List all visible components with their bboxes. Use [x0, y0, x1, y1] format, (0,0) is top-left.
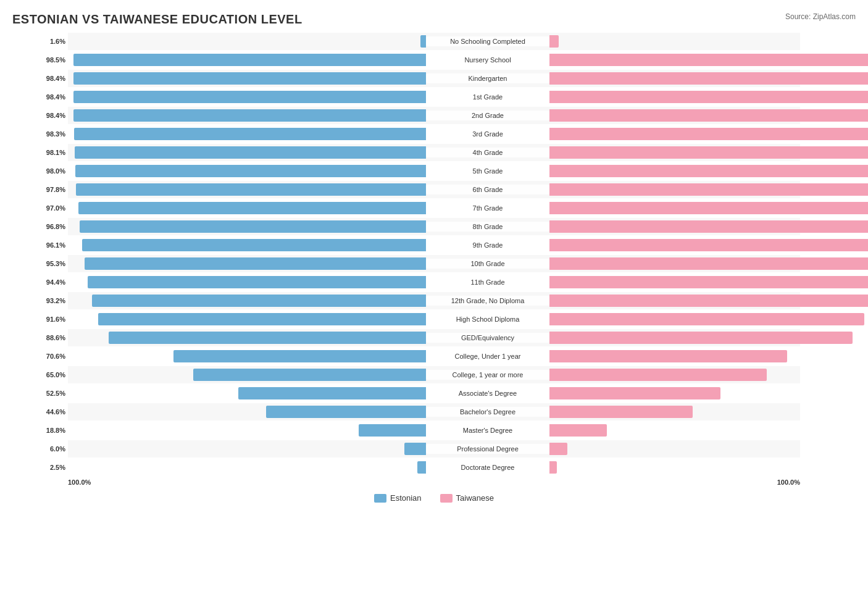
bar-right-11: 93.6%	[549, 239, 868, 251]
label-left-3: 98.4%	[46, 93, 65, 101]
center-label-11: 9th Grade	[426, 240, 549, 250]
chart-row: 95.3% 10th Grade 92.5%	[68, 255, 800, 272]
label-left-12: 95.3%	[46, 260, 65, 267]
bar-right-2: 97.5%	[549, 72, 868, 85]
chart-row: 98.0% 5th Grade 96.7%	[68, 162, 800, 180]
label-left-5: 98.3%	[46, 130, 65, 138]
center-label-22: Professional Degree	[426, 444, 549, 454]
center-label-9: 7th Grade	[426, 203, 549, 213]
label-left-7: 98.0%	[46, 167, 65, 175]
bar-left-4: 98.4%	[68, 109, 426, 122]
chart-container: ESTONIAN VS TAIWANESE EDUCATION LEVEL So…	[12, 12, 856, 503]
chart-row: 97.0% 7th Grade 94.8%	[68, 199, 800, 217]
center-label-3: 1st Grade	[426, 92, 549, 102]
chart-row: 98.5% Nursery School 97.6%	[68, 51, 800, 69]
chart-row: 65.0% College, 1 year or more 60.7%	[68, 366, 800, 383]
bar-right-16: 84.7%	[549, 332, 868, 344]
center-label-5: 3rd Grade	[426, 129, 549, 139]
bar-left-11: 96.1%	[68, 239, 426, 251]
chart-area: 1.6% No Schooling Completed 2.5% 98.5% N…	[68, 33, 800, 476]
bar-right-10: 94.7%	[549, 220, 868, 233]
bar-left-16: 88.6%	[68, 332, 426, 344]
chart-row: 91.6% High School Diploma 87.9%	[68, 311, 800, 328]
label-left-2: 98.4%	[46, 75, 65, 82]
legend-taiwanese: Taiwanese	[440, 493, 494, 503]
bar-left-8: 97.8%	[68, 183, 426, 196]
bar-left-6: 98.1%	[68, 146, 426, 159]
chart-row: 97.8% 6th Grade 96.5%	[68, 181, 800, 198]
bar-left-15: 91.6%	[68, 313, 426, 325]
bar-right-1: 97.6%	[549, 54, 868, 66]
label-left-0: 1.6%	[50, 38, 65, 45]
chart-row: 6.0% Professional Degree 5.0%	[68, 440, 800, 458]
legend: Estonian Taiwanese	[12, 493, 856, 503]
bar-right-19: 47.7%	[549, 387, 868, 399]
bar-right-7: 96.7%	[549, 165, 868, 177]
bar-left-2: 98.4%	[68, 72, 426, 85]
label-left-17: 70.6%	[46, 353, 65, 360]
center-label-21: Master's Degree	[426, 425, 549, 435]
chart-row: 98.3% 3rd Grade 97.3%	[68, 125, 800, 143]
chart-title: ESTONIAN VS TAIWANESE EDUCATION LEVEL	[12, 12, 856, 27]
label-left-21: 18.8%	[46, 427, 65, 434]
label-left-1: 98.5%	[46, 56, 65, 64]
chart-row: 96.8% 8th Grade 94.7%	[68, 218, 800, 235]
bar-right-4: 97.4%	[549, 109, 868, 122]
bar-right-18: 60.7%	[549, 369, 868, 381]
chart-row: 94.4% 11th Grade 91.3%	[68, 274, 800, 291]
bar-left-5: 98.3%	[68, 128, 426, 140]
center-label-2: Kindergarten	[426, 73, 549, 83]
center-label-18: College, 1 year or more	[426, 370, 549, 380]
bar-right-0: 2.5%	[549, 35, 868, 48]
source-text: Source: ZipAtlas.com	[785, 12, 856, 21]
chart-wrapper: 1.6% No Schooling Completed 2.5% 98.5% N…	[12, 33, 856, 476]
chart-row: 98.4% Kindergarten 97.5%	[68, 70, 800, 87]
bar-right-15: 87.9%	[549, 313, 868, 325]
bar-right-13: 91.3%	[549, 276, 868, 288]
legend-estonian-box	[374, 494, 386, 503]
bar-right-12: 92.5%	[549, 257, 868, 270]
label-left-9: 97.0%	[46, 204, 65, 212]
center-label-7: 5th Grade	[426, 166, 549, 176]
label-left-13: 94.4%	[46, 278, 65, 286]
axis-labels: 100.0% 100.0%	[12, 479, 856, 486]
bar-left-7: 98.0%	[68, 165, 426, 177]
bar-left-23: 2.5%	[68, 461, 426, 474]
chart-row: 1.6% No Schooling Completed 2.5%	[68, 33, 800, 50]
bar-left-13: 94.4%	[68, 276, 426, 288]
legend-estonian-label: Estonian	[390, 493, 422, 503]
center-label-6: 4th Grade	[426, 148, 549, 157]
legend-taiwanese-box	[440, 494, 453, 503]
label-left-16: 88.6%	[46, 334, 65, 341]
axis-left-label: 100.0%	[68, 479, 91, 486]
bar-right-3: 97.5%	[549, 91, 868, 103]
center-label-20: Bachelor's Degree	[426, 407, 549, 417]
label-left-19: 52.5%	[46, 390, 65, 397]
center-label-23: Doctorate Degree	[426, 462, 549, 472]
center-label-1: Nursery School	[426, 55, 549, 65]
chart-row: 70.6% College, Under 1 year 66.4%	[68, 348, 800, 365]
bar-right-21: 16.1%	[549, 424, 868, 437]
center-label-10: 8th Grade	[426, 222, 549, 232]
bar-right-8: 96.5%	[549, 183, 868, 196]
label-left-18: 65.0%	[46, 371, 65, 378]
bar-left-3: 98.4%	[68, 91, 426, 103]
center-label-4: 2nd Grade	[426, 111, 549, 120]
center-label-17: College, Under 1 year	[426, 351, 549, 361]
bar-left-12: 95.3%	[68, 257, 426, 270]
center-label-15: High School Diploma	[426, 314, 549, 324]
bar-left-20: 44.6%	[68, 406, 426, 418]
label-left-22: 6.0%	[50, 445, 65, 453]
bar-left-9: 97.0%	[68, 202, 426, 214]
chart-row: 88.6% GED/Equivalency 84.7%	[68, 329, 800, 346]
label-left-11: 96.1%	[46, 241, 65, 249]
bar-left-0: 1.6%	[68, 35, 426, 48]
label-left-14: 93.2%	[46, 297, 65, 304]
chart-row: 96.1% 9th Grade 93.6%	[68, 236, 800, 254]
axis-right-label: 100.0%	[777, 479, 800, 486]
bar-left-18: 65.0%	[68, 369, 426, 381]
bar-left-22: 6.0%	[68, 443, 426, 455]
legend-taiwanese-label: Taiwanese	[456, 493, 494, 503]
center-label-12: 10th Grade	[426, 259, 549, 269]
bar-right-22: 5.0%	[549, 443, 868, 455]
